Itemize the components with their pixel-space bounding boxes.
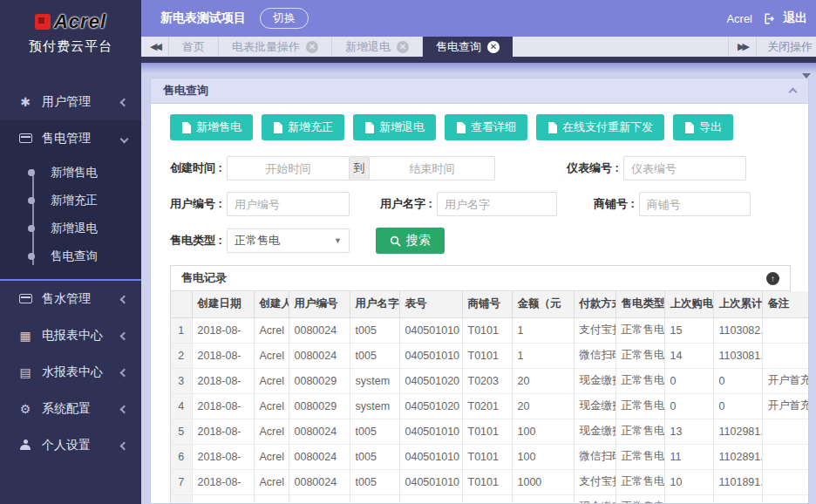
end-time-input[interactable] xyxy=(369,156,495,180)
close-icon[interactable]: ✕ xyxy=(487,41,500,53)
row-index: 6 xyxy=(171,444,192,469)
tab-meter-batch[interactable]: 电表批量操作 ✕ xyxy=(219,37,332,57)
sidebar-item-new-sale[interactable]: 新增售电 xyxy=(0,159,141,187)
table-cell: 1103081. xyxy=(713,343,762,368)
export-button[interactable]: 导出 xyxy=(673,114,733,140)
table-cell: 1102891. xyxy=(713,444,762,469)
table-row[interactable]: 62018-08-Acrel0080024t005040501010T01011… xyxy=(171,444,808,469)
column-header[interactable]: 上次购电 xyxy=(664,291,713,317)
sidebar-item-sale-query[interactable]: 售电查询 xyxy=(0,242,141,270)
table-row[interactable]: 12018-08-Acrel0080024t005040501010T01011… xyxy=(171,317,808,343)
collapse-up-icon[interactable]: ↑ xyxy=(766,272,779,285)
view-detail-button[interactable]: 查看详细 xyxy=(445,114,527,140)
close-operations-button[interactable]: 关闭操作 xyxy=(756,37,816,57)
table-cell: 0 xyxy=(713,393,762,419)
meter-no-input[interactable] xyxy=(623,156,746,180)
table-cell: t005 xyxy=(350,343,399,368)
user-name-input[interactable] xyxy=(437,192,557,216)
table-cell: 040501020 xyxy=(399,368,462,393)
table-cell: 11 xyxy=(664,444,713,469)
sidebar-item-system-config[interactable]: ⚙ 系统配置 xyxy=(0,391,141,427)
user-no-input[interactable] xyxy=(227,192,350,216)
sidebar-item-new-refund[interactable]: 新增退电 xyxy=(0,215,141,242)
logout-button[interactable]: 退出 xyxy=(783,10,807,26)
chevron-left-icon xyxy=(120,405,129,413)
column-header[interactable]: 付款方式 xyxy=(574,291,615,317)
bullet-icon xyxy=(28,225,35,232)
sidebar-item-sale-management[interactable]: 售电管理 xyxy=(0,120,141,157)
asterisk-icon: ✱ xyxy=(17,95,33,109)
table-row[interactable]: 42018-08-Acrel0080029system040501020T020… xyxy=(171,393,808,419)
column-header[interactable] xyxy=(171,291,192,317)
user-name-label: 用户名字 : xyxy=(380,196,432,212)
scroll-up-icon[interactable] xyxy=(802,73,811,78)
table-cell: 0080024 xyxy=(289,419,350,444)
table-cell: 开户首充值 xyxy=(762,368,808,393)
column-header[interactable]: 商铺号 xyxy=(462,291,512,317)
table-cell: 正常售电 xyxy=(615,494,664,503)
table-row[interactable]: 52018-08-Acrel0080024t005040501010T01011… xyxy=(171,419,808,444)
sidebar-item-new-recharge[interactable]: 新增充正 xyxy=(0,187,141,215)
close-icon[interactable]: ✕ xyxy=(306,41,318,53)
sale-type-select[interactable]: 正常售电 ▼ xyxy=(227,228,350,253)
table-cell: 正常售电 xyxy=(615,444,664,469)
chevron-left-icon xyxy=(120,331,129,340)
row-index: 8 xyxy=(171,494,192,503)
online-pay-resend-button[interactable]: 在线支付重新下发 xyxy=(536,114,664,140)
table-row[interactable]: 32018-08-Acrel0080029system040501020T020… xyxy=(171,368,808,393)
tab-sale-query[interactable]: 售电查询 ✕ xyxy=(423,37,513,57)
panel-header: 售电查询 xyxy=(151,78,808,104)
new-recharge-button[interactable]: 新增充正 xyxy=(262,114,344,140)
sidebar-item-electric-report[interactable]: ▦ 电报表中心 xyxy=(0,317,141,354)
project-name: 新电表测试项目 xyxy=(160,10,246,26)
table-row[interactable]: 22018-08-Acrel0080024t005040501010T01011… xyxy=(171,343,808,368)
tab-new-refund[interactable]: 新增退电 ✕ xyxy=(332,37,423,57)
chevron-down-icon xyxy=(120,134,129,143)
switch-project-button[interactable]: 切换 xyxy=(260,8,309,29)
table-cell: T0101 xyxy=(462,444,512,469)
table-row[interactable]: 72018-08-Acrel0080024t005040501010T01011… xyxy=(171,469,808,494)
tabs-scroll-left-icon[interactable]: ◀◀ xyxy=(141,37,169,57)
table-row[interactable]: 82018-08-Acrel0080024t005040501010T01011… xyxy=(171,494,808,503)
sidebar-item-user-management[interactable]: ✱ 用户管理 xyxy=(0,84,141,120)
close-icon[interactable]: ✕ xyxy=(397,41,409,53)
start-time-input[interactable] xyxy=(227,156,350,180)
table-cell: 040501010 xyxy=(399,469,462,494)
table-cell: T0203 xyxy=(462,368,512,393)
meter-no-label: 仪表编号 : xyxy=(567,160,619,176)
column-header[interactable]: 金额（元 xyxy=(512,291,574,317)
table-cell xyxy=(762,494,808,503)
search-button[interactable]: 搜索 xyxy=(376,228,445,254)
table-cell: 支付宝扫码 xyxy=(574,469,615,494)
table-cell: Acrel xyxy=(254,343,289,368)
row-index: 3 xyxy=(171,368,192,393)
table-cell xyxy=(762,419,808,444)
table-cell: 1000 xyxy=(512,469,574,494)
column-header[interactable]: 用户名字 xyxy=(350,291,399,317)
column-header[interactable]: 备注 xyxy=(762,291,808,317)
new-sale-button[interactable]: 新增售电 xyxy=(170,114,253,140)
tab-home[interactable]: 首页 xyxy=(169,37,219,57)
tabs-scroll-right-icon[interactable]: ▶▶ xyxy=(728,37,756,57)
table-cell: 0080024 xyxy=(289,317,350,343)
sidebar-item-water-report[interactable]: ▤ 水报表中心 xyxy=(0,354,141,391)
panel-collapse-button[interactable] xyxy=(790,83,796,99)
column-header[interactable]: 售电类型 xyxy=(615,291,664,317)
column-header[interactable]: 创建日期 xyxy=(192,291,254,317)
table-header-row: 创建日期创建人用户编号用户名字表号商铺号金额（元付款方式售电类型上次购电上次累计… xyxy=(171,291,808,317)
column-header[interactable]: 创建人 xyxy=(254,291,289,317)
table-cell xyxy=(762,469,808,494)
column-header[interactable]: 表号 xyxy=(399,291,462,317)
table-cell: 2018-08- xyxy=(192,317,254,343)
column-header[interactable]: 上次累计 xyxy=(713,291,762,317)
shop-no-input[interactable] xyxy=(639,192,751,216)
table-cell: 0080024 xyxy=(289,494,350,503)
sidebar-item-water-sale[interactable]: 售水管理 xyxy=(0,281,141,317)
row-index: 4 xyxy=(171,393,192,419)
logout-icon[interactable] xyxy=(761,12,774,25)
column-header[interactable]: 用户编号 xyxy=(289,291,350,317)
sidebar-item-personal-settings[interactable]: 个人设置 xyxy=(0,427,141,464)
table-cell: Acrel xyxy=(254,419,289,444)
new-refund-button[interactable]: 新增退电 xyxy=(353,114,436,140)
chevron-left-icon xyxy=(120,441,129,450)
